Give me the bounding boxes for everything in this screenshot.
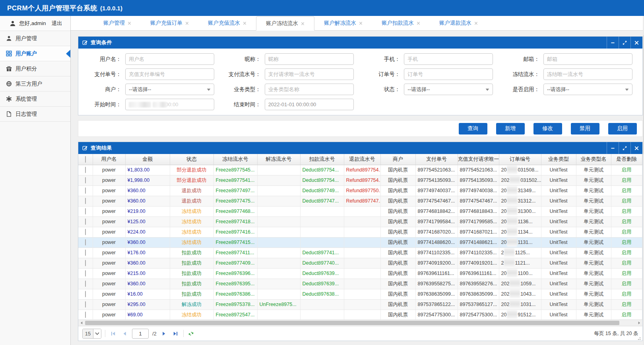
table-row[interactable]: power¥125.00冻结成功Freeze8977418...国内机票8977… [78,216,642,227]
maximize-icon[interactable] [619,37,630,49]
row-checkbox[interactable] [85,187,86,194]
add-button[interactable]: 新增 [496,123,525,134]
tab-2[interactable]: 账户充值订单 [141,16,198,30]
row-checkbox[interactable] [85,198,86,204]
enabled-select[interactable]: --请选择-- [543,84,632,95]
row-checkbox[interactable] [85,239,86,246]
phone-input[interactable] [404,53,493,65]
freeze-flow-input[interactable] [543,68,632,80]
tab-3[interactable]: 账户充值流水 [198,16,256,30]
enable-button[interactable]: 启用 [608,123,637,134]
tab-close-icon[interactable] [185,21,189,25]
logout-link[interactable]: 退出 [52,20,62,27]
cell-status: 冻结成功 [170,227,213,237]
order-no-input[interactable] [404,68,493,80]
tab-close-icon[interactable] [417,21,420,25]
tab-7[interactable]: 账户退款流水 [430,16,487,30]
row-checkbox[interactable] [85,260,86,266]
nickname-input[interactable] [265,53,354,65]
first-page-button[interactable] [109,329,117,337]
start-time-input[interactable]: 00:00:00 [125,99,214,110]
row-checkbox[interactable] [85,291,86,297]
disable-button[interactable]: 禁用 [571,123,599,134]
biz-type-input[interactable] [265,84,354,95]
row-checkbox[interactable] [85,301,86,308]
table-row[interactable]: power¥360.00扣款成功Freeze8977409...Deduct89… [78,258,642,268]
row-checkbox[interactable] [85,281,86,287]
scrollbar-thumb[interactable] [85,321,619,325]
page-number-input[interactable] [132,329,149,339]
page-size-select[interactable]: 15 [82,329,101,339]
refresh-icon[interactable] [187,329,195,337]
collapse-icon[interactable] [607,142,619,154]
cell-user: power [93,268,125,279]
table-row[interactable]: power¥69.00冻结成功Freeze8972547...国内机票89725… [78,310,642,320]
results-panel-title: 查询结果 [91,144,112,152]
row-checkbox[interactable] [85,229,86,235]
pay-flow-no-input[interactable] [265,68,354,80]
end-time-input[interactable] [265,99,354,110]
sidebar-item-user-points[interactable]: 用户积分 [0,61,70,76]
row-checkbox[interactable] [85,312,86,318]
close-icon[interactable] [630,37,642,49]
table-row[interactable]: power¥1,803.00部分退款成功Freeze8977545...Dedu… [78,165,642,175]
tab-close-icon[interactable] [474,21,478,25]
tab-close-icon[interactable] [128,21,131,25]
last-page-button[interactable] [172,329,180,337]
redaction-blur [153,102,167,107]
row-checkbox[interactable] [85,270,86,277]
tab-6[interactable]: 账户扣款流水 [372,16,430,30]
table-row[interactable]: power¥176.00扣款成功Freeze8977411...Deduct89… [78,248,642,258]
username-input[interactable] [125,53,214,65]
pay-order-no-input[interactable] [125,68,214,80]
cell-status: 冻结成功 [170,206,213,216]
collapse-icon[interactable] [607,37,619,49]
cell-deleted: 启用 [611,248,642,258]
sidebar-item-user-mgmt[interactable]: 用户管理 [0,31,70,46]
tab-5[interactable]: 账户解冻流水 [314,16,372,30]
cell-amount: ¥360.00 [125,258,170,268]
edit-button[interactable]: 修改 [533,123,562,134]
cell-refund: Refund897747... [344,196,380,206]
row-checkbox[interactable] [85,177,86,183]
tab-close-icon[interactable] [243,21,246,25]
status-select[interactable]: --请选择-- [404,84,493,95]
table-row[interactable]: power¥215.00扣款成功Freeze8976396...Deduct89… [78,268,642,279]
row-checkbox[interactable] [85,167,86,173]
tab-1[interactable]: 账户管理 [94,16,141,30]
close-icon[interactable] [630,142,642,154]
row-checkbox[interactable] [85,249,86,256]
table-row[interactable]: power¥16.00扣款成功Freeze8976386...Deduct897… [78,289,642,299]
sidebar-item-system-mgmt[interactable]: 系统管理 [0,92,70,107]
merchant-select[interactable]: --请选择-- [125,84,214,95]
horizontal-scrollbar[interactable] [78,320,642,326]
resize-grip[interactable] [638,336,642,340]
table-row[interactable]: power¥219.00冻结成功Freeze8977468...国内机票8977… [78,206,642,216]
tab-close-icon[interactable] [359,21,363,25]
scroll-right-arrow[interactable] [636,320,642,326]
row-checkbox[interactable] [85,208,86,214]
select-all-checkbox[interactable] [85,156,86,163]
next-page-button[interactable] [160,329,168,337]
sidebar-item-log-mgmt[interactable]: 日志管理 [0,107,70,122]
table-row[interactable]: power¥360.00冻结成功Freeze8977415...国内机票8977… [78,237,642,248]
field-merchant: 商户：--请选择-- [81,84,219,95]
table-row[interactable]: power¥295.00解冻成功Freeze8975378...UnFreeze… [78,299,642,310]
email-input[interactable] [543,53,632,65]
table-row[interactable]: power¥224.00冻结成功Freeze8977416...国内机票8977… [78,227,642,237]
table-row[interactable]: power¥360.00退款成功Freeze8977497...Deduct89… [78,185,642,196]
tab-close-icon[interactable] [301,22,305,25]
tab-4[interactable]: 账户冻结流水 [256,16,314,31]
scroll-left-arrow[interactable] [78,320,85,326]
table-row[interactable]: power¥1,998.00部分退款成功Freeze8977541...Dedu… [78,175,642,185]
maximize-icon[interactable] [619,142,630,154]
sidebar-item-user-account[interactable]: 用户账户 [0,46,70,61]
row-checkbox[interactable] [85,218,86,225]
table-row[interactable]: power¥360.00扣款成功Freeze8976395...Deduct89… [78,279,642,289]
search-button[interactable]: 查询 [459,123,487,134]
order-number-prefix: 202 [501,302,510,307]
sidebar-item-third-party[interactable]: 第三方用户 [0,76,70,92]
page-scrollbar[interactable] [643,16,644,345]
prev-page-button[interactable] [120,329,128,337]
table-row[interactable]: power¥360.00退款成功Freeze8977475...Deduct89… [78,196,642,206]
